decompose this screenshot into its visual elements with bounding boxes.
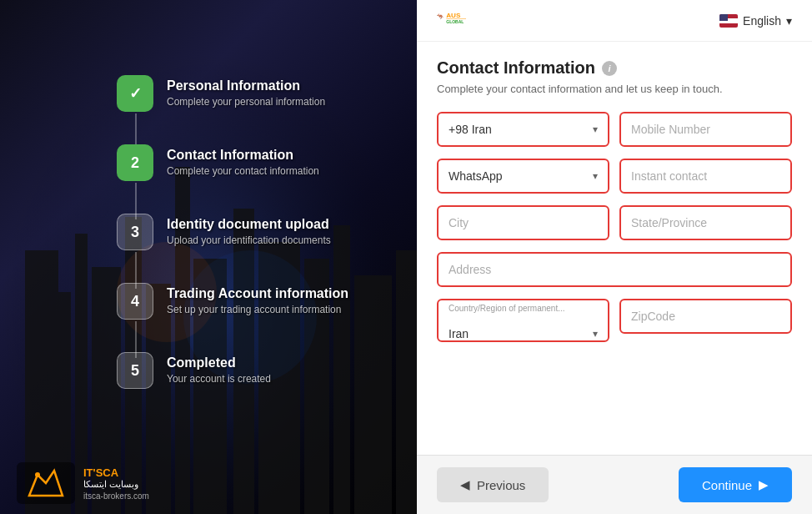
instant-contact-field[interactable] [619, 159, 792, 194]
svg-rect-14 [396, 250, 417, 514]
city-input[interactable] [437, 205, 609, 240]
zipcode-input[interactable] [619, 299, 792, 334]
phone-country-value: +98 Iran [449, 123, 492, 136]
state-field[interactable] [619, 205, 792, 240]
address-field[interactable] [437, 252, 792, 287]
state-input[interactable] [619, 205, 792, 240]
step-3: 3 Identity document upload Upload your i… [117, 214, 348, 283]
country-zip-row: Country/Region of permanent... Iran ▾ [437, 299, 792, 342]
country-field[interactable]: Country/Region of permanent... Iran ▾ [437, 299, 609, 342]
header: 🦘 AUS GLOBAL English ▾ [417, 0, 812, 42]
form-area: Contact Information i Complete your cont… [417, 42, 812, 455]
right-panel: 🦘 AUS GLOBAL English ▾ Contact Informati… [417, 0, 812, 514]
language-selector[interactable]: English ▾ [719, 14, 792, 28]
whatsapp-select[interactable]: WhatsApp ▾ [437, 159, 609, 194]
aus-logo-icon: 🦘 AUS GLOBAL [437, 7, 479, 35]
address-input[interactable] [437, 252, 792, 287]
brand-subtitle: وبسایت ایتسکا [83, 479, 149, 490]
step-3-circle: 3 [117, 214, 153, 250]
step-5-subtitle: Your account is created [167, 373, 271, 385]
svg-text:AUS: AUS [446, 11, 461, 18]
svg-rect-13 [354, 275, 392, 514]
brand-info: IT'SCA وبسایت ایتسکا itsca-brokers.com [83, 466, 149, 501]
step-1-title: Personal Information [167, 78, 325, 93]
info-icon[interactable]: i [602, 61, 617, 76]
step-4-title: Trading Account information [167, 286, 348, 301]
step-4-subtitle: Set up your trading account information [167, 304, 348, 315]
step-5: 5 Completed Your account is created [117, 352, 348, 421]
svg-marker-17 [29, 471, 63, 496]
previous-label: Previous [477, 478, 525, 492]
zipcode-field[interactable] [619, 299, 792, 342]
step-4-text: Trading Account information Set up your … [167, 283, 348, 315]
footer: ◀ Previous Continue ▶ [417, 455, 812, 514]
whatsapp-chevron-icon: ▾ [593, 170, 598, 182]
step-2-title: Contact Information [167, 148, 319, 163]
continue-button[interactable]: Continue ▶ [679, 467, 792, 502]
step-3-text: Identity document upload Upload your ide… [167, 214, 331, 246]
svg-text:🦘: 🦘 [437, 12, 444, 19]
page-title-text: Contact Information [437, 58, 595, 78]
phone-row: +98 Iran ▾ [437, 112, 792, 147]
step-2-subtitle: Complete your contact information [167, 165, 319, 177]
step-1: ✓ Personal Information Complete your per… [117, 75, 348, 144]
aus-logo: 🦘 AUS GLOBAL [437, 7, 479, 35]
step-2-circle: 2 [117, 144, 153, 181]
branding-area: IT'SCA وبسایت ایتسکا itsca-brokers.com [17, 462, 149, 504]
step-1-circle: ✓ [117, 75, 153, 112]
step-2: 2 Contact Information Complete your cont… [117, 144, 348, 214]
country-label: Country/Region of permanent... [449, 304, 565, 313]
step-2-text: Contact Information Complete your contac… [167, 144, 319, 177]
step-4-circle: 4 [117, 283, 153, 320]
step-5-title: Completed [167, 355, 271, 370]
step-1-text: Personal Information Complete your perso… [167, 75, 325, 108]
step-5-text: Completed Your account is created [167, 352, 271, 385]
svg-text:GLOBAL: GLOBAL [446, 19, 464, 24]
whatsapp-value: WhatsApp [449, 169, 503, 183]
country-select[interactable]: Country/Region of permanent... Iran ▾ [437, 299, 609, 342]
whatsapp-field[interactable]: WhatsApp ▾ [437, 159, 609, 194]
brand-url: itsca-brokers.com [83, 491, 149, 501]
steps-list: ✓ Personal Information Complete your per… [117, 75, 348, 421]
address-row [437, 252, 792, 287]
brand-name: IT'SCA [83, 466, 149, 479]
mobile-number-input[interactable] [619, 112, 792, 147]
left-panel: ✓ Personal Information Complete your per… [0, 0, 417, 514]
phone-country-field[interactable]: +98 Iran ▾ [437, 112, 609, 147]
step-3-subtitle: Upload your identification documents [167, 234, 331, 246]
step-1-subtitle: Complete your personal information [167, 96, 325, 108]
next-arrow-icon: ▶ [759, 477, 769, 492]
phone-country-select[interactable]: +98 Iran ▾ [437, 112, 609, 147]
page-title: Contact Information i [437, 58, 792, 78]
phone-chevron-icon: ▾ [593, 123, 598, 135]
step-4: 4 Trading Account information Set up you… [117, 283, 348, 352]
whatsapp-row: WhatsApp ▾ [437, 159, 792, 194]
continue-label: Continue [702, 478, 752, 492]
page-subtitle: Complete your contact information and le… [437, 83, 792, 95]
previous-button[interactable]: ◀ Previous [437, 467, 549, 502]
chevron-down-icon: ▾ [786, 14, 792, 28]
country-chevron-icon: ▾ [593, 328, 598, 340]
mobile-number-field[interactable] [619, 112, 792, 147]
step-5-circle: 5 [117, 352, 153, 389]
language-label: English [743, 14, 781, 28]
instant-contact-input[interactable] [619, 159, 792, 194]
svg-point-18 [35, 472, 40, 477]
brand-logo [17, 462, 75, 504]
city-state-row [437, 205, 792, 240]
country-value: Iran [449, 327, 469, 340]
prev-arrow-icon: ◀ [460, 477, 470, 492]
step-3-title: Identity document upload [167, 217, 331, 232]
flag-icon [719, 14, 738, 28]
city-field[interactable] [437, 205, 609, 240]
